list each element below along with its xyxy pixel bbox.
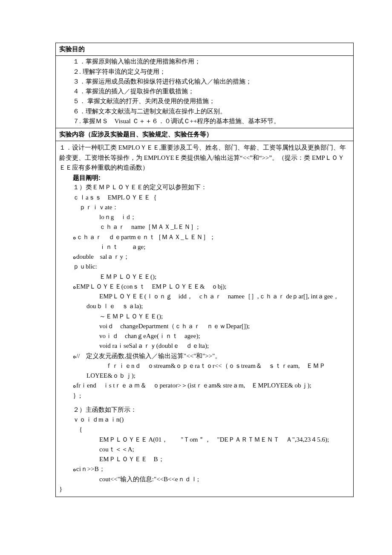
code-line: ﻩｃｈａｒ ｄｅpartmｅｎｔ［ＭＡＸ_ＬＥＮ］； xyxy=(59,232,350,242)
code-line: void raｉseSalａｒｙ(doublｅ ｄｅlta); xyxy=(59,341,350,351)
page: 实验目的 １．掌握原则输入输出流的使用措施和作用； ２. 理解字符串流的定义与使… xyxy=(0,0,392,555)
blank-line xyxy=(59,401,350,405)
code-line: { xyxy=(59,425,350,434)
code-line: ﻩEMPＬＯＹＥＥ(conｓｔ EMＰＬＯＹＥＥ& ｏbj); xyxy=(59,282,350,292)
goal-item: ３．掌握运用成员函数和操纵符进行格式化输入／输出的措施； xyxy=(59,77,350,87)
code-line: ～ＥＭＰＬＯＹＥＥ(); xyxy=(59,312,350,321)
goal-item: ７. 掌握ＭＳ Visual Ｃ＋＋６．０调试Ｃ++程序的基本措施、基本环节。 xyxy=(59,116,350,126)
code-line: ﻩ// 定义友元函数,提供输入／输出运算"<<"和">>"。 xyxy=(59,351,350,361)
code-line: ｃｈａｒ name［ＭＡＸ_LＥＮ］; xyxy=(59,222,350,232)
code-line: loｎg ｉd； xyxy=(59,212,350,222)
code-line: ｝; xyxy=(59,391,350,401)
code-line: ｐｕblic: xyxy=(59,262,350,272)
code-line: ｐｒｉｖate： xyxy=(59,202,350,212)
code-line: EMＰＬＯＹＥＥ B； xyxy=(59,454,350,464)
code-line: EMＰＬＯＹＥＥ A(01， "Ｔom＂， "DEＰＡＲＴＭＥＮＴ Ａ",34,… xyxy=(59,435,350,445)
main-heading: ２）主函数如下所示： xyxy=(59,405,350,415)
code-line: ｉｎｔ ａge; xyxy=(59,242,350,252)
code-line: ﻩciｎ>>B； xyxy=(59,464,350,474)
section-body-experiment-content: １．设计一种职工类 EMPLOＹＥＥ,重要涉及工号、姓名、部门、年龄、工资等属性… xyxy=(56,141,354,497)
code-line: ﻩdouble salａｒy； xyxy=(59,252,350,262)
goal-item: ２. 理解字符串流的定义与使用； xyxy=(59,67,350,77)
task-paragraph: １．设计一种职工类 EMPLOＹＥＥ,重要涉及工号、姓名、部门、年龄、工资等属性… xyxy=(59,143,350,173)
code-line: voiｄ changeDepartment（ｃｈａｒ ｎｅｗDepar[]); xyxy=(59,321,350,331)
code-line: ｖｏｉｄmａｉn() xyxy=(59,415,350,425)
desc-label: 题目阐明: xyxy=(59,173,350,182)
section-body-experiment-goal: １．掌握原则输入输出流的使用措施和作用； ２. 理解字符串流的定义与使用； ３．… xyxy=(56,56,354,128)
goal-item: ４．掌握流的插入／提取操作的重载措施； xyxy=(59,87,350,96)
code-line: couｔ＜＜A; xyxy=(59,445,350,454)
code-line: EMPＬＯＹＥＥ(ｌｏｎｇ idd， cｈａｒ namee［］,ｃｈａｒ deｐ… xyxy=(59,292,350,312)
class-def-heading: １）类ＥＭＰＬＯＹＥＥ的定义可以参照如下： xyxy=(59,182,350,192)
document-table: 实验目的 １．掌握原则输入输出流的使用措施和作用； ２. 理解字符串流的定义与使… xyxy=(55,43,354,497)
code-line: voｉｄ chanｇeAge(ｉｎｔ agee); xyxy=(59,331,350,341)
sec1-title: 实验目的 xyxy=(59,45,85,52)
section-header-experiment-content: 实验内容（应涉及实验题目、实验规定、实验任务等） xyxy=(56,128,354,141)
goal-item: ６．理解文本文献流与二进制文献流在操作上的区别。 xyxy=(59,107,350,116)
code-closing-brace: } xyxy=(59,484,350,494)
code-line: ｆｒｉｅnｄ ｏstream&ｏｐｅraｔｏr<<（ｏｓtream＆ ｓｔｒea… xyxy=(59,361,350,381)
sec2-title: 实验内容（应涉及实验题目、实验规定、实验任务等） xyxy=(59,130,213,138)
code-line: cout<<"输入的信息:"<<B<<eｎｄｌ; xyxy=(59,474,350,484)
code-line: ＥＭＰＬＯＹＥＥ(); xyxy=(59,272,350,282)
code-line: ｃｌaｓｓ EMPLＯＹＥＥ｛ xyxy=(59,193,350,202)
code-line: ﻩfrｉend ｉs tｒｅａｍ＆ ｏperator>＞(istｒｅam& st… xyxy=(59,381,350,390)
goal-item: ５． 掌握文献流的打开、关闭及使用的使用措施； xyxy=(59,96,350,106)
section-header-experiment-goal: 实验目的 xyxy=(56,43,354,56)
goal-item: １．掌握原则输入输出流的使用措施和作用； xyxy=(59,57,350,66)
